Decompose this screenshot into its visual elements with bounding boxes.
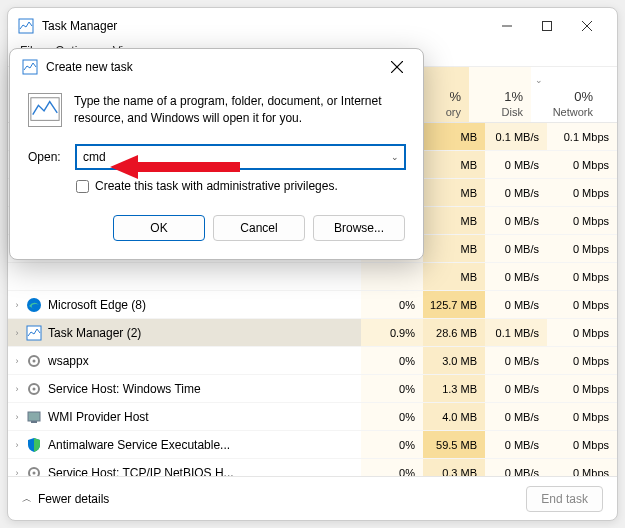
process-icon xyxy=(26,269,42,285)
svg-rect-2 xyxy=(543,22,552,31)
bottom-bar: ︿ Fewer details End task xyxy=(8,476,617,520)
disk-cell: 0.1 MB/s xyxy=(485,319,547,346)
memory-cell: MB xyxy=(423,123,485,150)
create-task-dialog: Create new task Type the name of a progr… xyxy=(9,48,424,260)
table-row[interactable]: ›Antimalware Service Executable...0%59.5… xyxy=(8,431,617,459)
table-row[interactable]: MB0 MB/s0 Mbps xyxy=(8,263,617,291)
network-cell: 0 Mbps xyxy=(547,347,617,374)
disk-cell: 0 MB/s xyxy=(485,207,547,234)
maximize-button[interactable] xyxy=(527,11,567,41)
dropdown-icon[interactable]: ⌄ xyxy=(391,152,399,162)
process-name: Service Host: Windows Time xyxy=(48,382,361,396)
cancel-button[interactable]: Cancel xyxy=(213,215,305,241)
network-cell: 0 Mbps xyxy=(547,291,617,318)
close-button[interactable] xyxy=(567,11,607,41)
expand-icon[interactable]: › xyxy=(8,412,26,422)
network-cell: 0 Mbps xyxy=(547,179,617,206)
memory-cell: 1.3 MB xyxy=(423,375,485,402)
svg-point-5 xyxy=(27,298,41,312)
browse-button[interactable]: Browse... xyxy=(313,215,405,241)
dialog-close-button[interactable] xyxy=(383,53,411,81)
svg-rect-15 xyxy=(23,60,37,74)
process-icon xyxy=(26,409,42,425)
run-large-icon xyxy=(28,93,62,127)
network-cell: 0 Mbps xyxy=(547,207,617,234)
svg-point-10 xyxy=(33,387,36,390)
svg-rect-6 xyxy=(27,326,41,340)
ok-button[interactable]: OK xyxy=(113,215,205,241)
disk-cell: 0 MB/s xyxy=(485,179,547,206)
end-task-button[interactable]: End task xyxy=(526,486,603,512)
network-cell: 0 Mbps xyxy=(547,235,617,262)
svg-point-8 xyxy=(33,359,36,362)
process-icon xyxy=(26,297,42,313)
disk-cell: 0 MB/s xyxy=(485,235,547,262)
table-row[interactable]: ›Service Host: TCP/IP NetBIOS H...0%0.3 … xyxy=(8,459,617,476)
disk-cell: 0 MB/s xyxy=(485,263,547,290)
svg-rect-0 xyxy=(19,19,33,33)
expand-icon[interactable]: › xyxy=(8,328,26,338)
svg-rect-11 xyxy=(28,412,40,421)
run-icon xyxy=(22,59,38,75)
dialog-title: Create new task xyxy=(46,60,383,74)
process-name: Microsoft Edge (8) xyxy=(48,298,361,312)
disk-cell: 0 MB/s xyxy=(485,151,547,178)
cpu-cell: 0% xyxy=(361,403,423,430)
memory-cell: 28.6 MB xyxy=(423,319,485,346)
expand-icon[interactable]: › xyxy=(8,356,26,366)
process-name: Task Manager (2) xyxy=(48,326,361,340)
network-cell: 0 Mbps xyxy=(547,403,617,430)
dialog-titlebar: Create new task xyxy=(10,49,423,85)
table-row[interactable]: ›WMI Provider Host0%4.0 MB0 MB/s0 Mbps xyxy=(8,403,617,431)
minimize-button[interactable] xyxy=(487,11,527,41)
svg-rect-12 xyxy=(31,421,37,423)
column-network[interactable]: ⌄ 0% Network xyxy=(531,67,601,122)
titlebar: Task Manager xyxy=(8,8,617,44)
process-icon xyxy=(26,353,42,369)
process-name: Antimalware Service Executable... xyxy=(48,438,361,452)
network-cell: 0 Mbps xyxy=(547,431,617,458)
cpu-cell: 0% xyxy=(361,375,423,402)
process-icon xyxy=(26,465,42,477)
expand-icon[interactable]: › xyxy=(8,384,26,394)
admin-checkbox[interactable] xyxy=(76,180,89,193)
table-row[interactable]: ›Microsoft Edge (8)0%125.7 MB0 MB/s0 Mbp… xyxy=(8,291,617,319)
memory-cell: 125.7 MB xyxy=(423,291,485,318)
disk-cell: 0 MB/s xyxy=(485,431,547,458)
open-combobox[interactable]: ⌄ xyxy=(76,145,405,169)
expand-icon[interactable]: › xyxy=(8,468,26,477)
process-name: WMI Provider Host xyxy=(48,410,361,424)
disk-cell: 0 MB/s xyxy=(485,291,547,318)
dialog-description: Type the name of a program, folder, docu… xyxy=(74,93,405,127)
network-cell: 0 Mbps xyxy=(547,459,617,476)
table-row[interactable]: ›Service Host: Windows Time0%1.3 MB0 MB/… xyxy=(8,375,617,403)
memory-cell: MB xyxy=(423,207,485,234)
table-row[interactable]: ›wsappx0%3.0 MB0 MB/s0 Mbps xyxy=(8,347,617,375)
process-icon xyxy=(26,381,42,397)
memory-cell: 59.5 MB xyxy=(423,431,485,458)
memory-cell: MB xyxy=(423,179,485,206)
process-icon xyxy=(26,325,42,341)
memory-cell: 4.0 MB xyxy=(423,403,485,430)
cpu-cell: 0% xyxy=(361,347,423,374)
expand-icon[interactable]: › xyxy=(8,300,26,310)
disk-cell: 0.1 MB/s xyxy=(485,123,547,150)
table-row[interactable]: ›Task Manager (2)0.9%28.6 MB0.1 MB/s0 Mb… xyxy=(8,319,617,347)
svg-point-14 xyxy=(33,471,36,474)
window-title: Task Manager xyxy=(42,19,487,33)
memory-cell: MB xyxy=(423,151,485,178)
expand-icon[interactable]: › xyxy=(8,440,26,450)
network-cell: 0 Mbps xyxy=(547,151,617,178)
task-manager-icon xyxy=(18,18,34,34)
disk-cell: 0 MB/s xyxy=(485,459,547,476)
open-input[interactable] xyxy=(76,145,405,169)
network-cell: 0.1 Mbps xyxy=(547,123,617,150)
memory-cell: 3.0 MB xyxy=(423,347,485,374)
column-disk[interactable]: 1% Disk xyxy=(469,67,531,122)
fewer-details-toggle[interactable]: ︿ Fewer details xyxy=(22,492,109,506)
disk-cell: 0 MB/s xyxy=(485,375,547,402)
network-cell: 0 Mbps xyxy=(547,263,617,290)
process-icon xyxy=(26,437,42,453)
disk-cell: 0 MB/s xyxy=(485,347,547,374)
cpu-cell: 0% xyxy=(361,431,423,458)
